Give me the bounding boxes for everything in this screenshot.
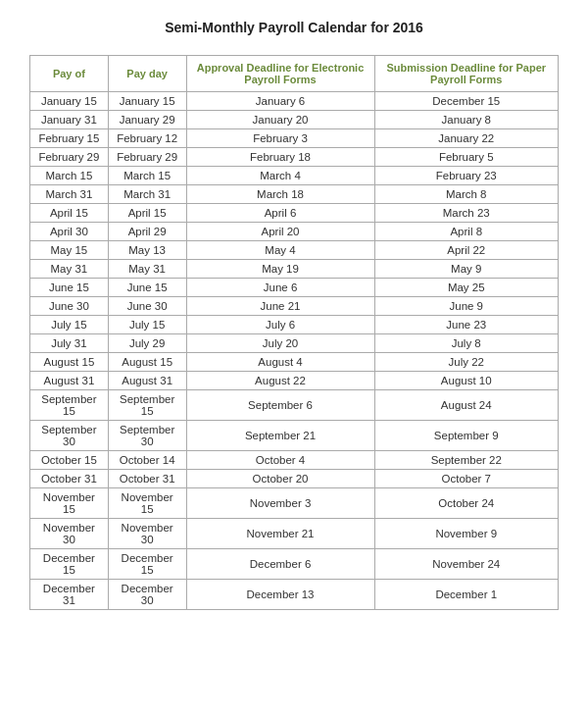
- table-row: October 15October 14October 4September 2…: [30, 451, 559, 470]
- table-cell: July 20: [186, 334, 374, 353]
- table-row: January 31January 29January 20January 8: [30, 111, 559, 129]
- table-cell: May 31: [30, 260, 109, 279]
- table-cell: July 6: [186, 316, 374, 334]
- table-cell: September 15: [30, 390, 109, 421]
- table-row: August 31August 31August 22August 10: [30, 372, 559, 390]
- table-cell: November 9: [374, 519, 559, 549]
- table-row: October 31October 31October 20October 7: [30, 470, 559, 488]
- table-cell: May 4: [186, 241, 374, 260]
- table-cell: July 15: [108, 316, 186, 334]
- table-cell: May 13: [108, 241, 186, 260]
- table-cell: December 15: [108, 549, 186, 580]
- table-cell: December 15: [30, 549, 109, 580]
- table-cell: May 19: [186, 260, 374, 279]
- table-cell: March 4: [186, 167, 374, 185]
- table-cell: December 15: [374, 92, 559, 111]
- table-cell: September 21: [186, 421, 374, 451]
- table-cell: July 29: [108, 334, 186, 353]
- table-cell: May 15: [30, 241, 109, 260]
- table-cell: September 15: [108, 390, 186, 421]
- table-cell: September 9: [374, 421, 559, 451]
- table-row: March 31March 31March 18March 8: [30, 185, 559, 204]
- table-cell: February 29: [108, 148, 186, 167]
- table-cell: August 31: [108, 372, 186, 390]
- table-cell: July 8: [374, 334, 559, 353]
- table-cell: April 8: [374, 223, 559, 241]
- table-row: July 31July 29July 20July 8: [30, 334, 559, 353]
- table-cell: January 29: [108, 111, 186, 129]
- table-cell: November 24: [374, 549, 559, 580]
- table-cell: July 22: [374, 353, 559, 372]
- table-row: February 15February 12February 3January …: [30, 129, 559, 148]
- table-cell: January 15: [30, 92, 109, 111]
- table-cell: April 29: [108, 223, 186, 241]
- table-cell: November 30: [30, 519, 109, 549]
- table-cell: April 30: [30, 223, 109, 241]
- table-row: December 31December 30December 13Decembe…: [30, 580, 559, 610]
- table-cell: August 22: [186, 372, 374, 390]
- table-cell: September 22: [374, 451, 559, 470]
- table-cell: October 24: [374, 488, 559, 519]
- table-cell: October 31: [30, 470, 109, 488]
- table-cell: October 15: [30, 451, 109, 470]
- table-row: December 15December 15December 6November…: [30, 549, 559, 580]
- table-row: September 15September 15September 6Augus…: [30, 390, 559, 421]
- table-cell: December 6: [186, 549, 374, 580]
- table-row: May 31May 31May 19May 9: [30, 260, 559, 279]
- table-cell: March 31: [108, 185, 186, 204]
- table-cell: March 18: [186, 185, 374, 204]
- table-cell: January 8: [374, 111, 559, 129]
- table-cell: November 15: [108, 488, 186, 519]
- table-cell: October 31: [108, 470, 186, 488]
- table-cell: January 31: [30, 111, 109, 129]
- table-cell: February 29: [30, 148, 109, 167]
- table-cell: February 12: [108, 129, 186, 148]
- table-cell: July 31: [30, 334, 109, 353]
- table-cell: December 31: [30, 580, 109, 610]
- table-cell: August 15: [30, 353, 109, 372]
- table-cell: November 21: [186, 519, 374, 549]
- table-cell: October 7: [374, 470, 559, 488]
- table-cell: June 23: [374, 316, 559, 334]
- table-row: April 30April 29April 20April 8: [30, 223, 559, 241]
- table-cell: March 15: [30, 167, 109, 185]
- table-row: March 15March 15March 4February 23: [30, 167, 559, 185]
- table-row: July 15July 15July 6June 23: [30, 316, 559, 334]
- table-cell: February 18: [186, 148, 374, 167]
- table-row: April 15April 15April 6March 23: [30, 204, 559, 223]
- table-cell: February 3: [186, 129, 374, 148]
- table-cell: June 30: [108, 297, 186, 316]
- col-header-submission-deadline: Submission Deadline for Paper Payroll Fo…: [374, 56, 559, 92]
- table-cell: December 13: [186, 580, 374, 610]
- table-cell: August 24: [374, 390, 559, 421]
- table-cell: October 4: [186, 451, 374, 470]
- table-row: June 30June 30June 21June 9: [30, 297, 559, 316]
- table-cell: March 8: [374, 185, 559, 204]
- payroll-table: Pay of Pay day Approval Deadline for Ele…: [29, 55, 559, 610]
- table-cell: February 5: [374, 148, 559, 167]
- table-cell: March 23: [374, 204, 559, 223]
- table-row: June 15June 15June 6May 25: [30, 279, 559, 297]
- table-cell: June 21: [186, 297, 374, 316]
- table-cell: December 30: [108, 580, 186, 610]
- table-cell: January 6: [186, 92, 374, 111]
- table-cell: August 4: [186, 353, 374, 372]
- col-header-pay-day: Pay day: [108, 56, 186, 92]
- table-row: November 15November 15November 3October …: [30, 488, 559, 519]
- table-row: August 15August 15August 4July 22: [30, 353, 559, 372]
- table-cell: February 23: [374, 167, 559, 185]
- table-cell: May 31: [108, 260, 186, 279]
- page-title: Semi-Monthly Payroll Calendar for 2016: [29, 20, 559, 35]
- table-cell: August 15: [108, 353, 186, 372]
- table-cell: May 25: [374, 279, 559, 297]
- table-cell: September 6: [186, 390, 374, 421]
- table-cell: June 6: [186, 279, 374, 297]
- table-cell: January 15: [108, 92, 186, 111]
- table-cell: November 30: [108, 519, 186, 549]
- table-row: November 30November 30November 21Novembe…: [30, 519, 559, 549]
- table-cell: January 20: [186, 111, 374, 129]
- table-cell: March 31: [30, 185, 109, 204]
- table-row: September 30September 30September 21Sept…: [30, 421, 559, 451]
- table-cell: September 30: [30, 421, 109, 451]
- table-cell: June 15: [108, 279, 186, 297]
